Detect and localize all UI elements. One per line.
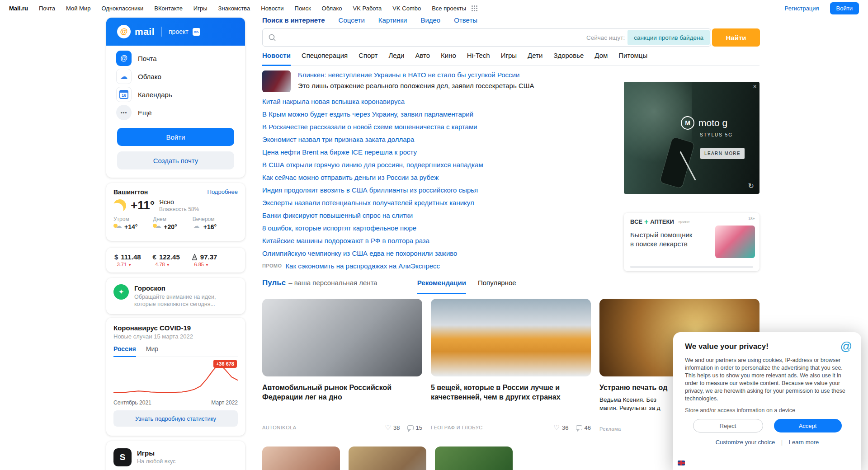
pulse-card-russia[interactable]: 5 вещей, которые в России лучше и качест… bbox=[431, 299, 591, 434]
news-link[interactable]: Олимпийскую чемпионку из США едва не пох… bbox=[262, 249, 457, 257]
promo-link[interactable]: Как сэкономить на распродажах на АлиЭксп… bbox=[285, 262, 440, 270]
topnav-item-vk-combo[interactable]: VK Combo bbox=[392, 5, 421, 12]
apps-grid-icon[interactable] bbox=[472, 5, 478, 11]
covid-tab-russia[interactable]: Россия bbox=[113, 345, 136, 357]
search-box[interactable]: Сейчас ищут: санкции против байдена bbox=[262, 28, 711, 47]
cookie-learn-more-link[interactable]: Learn more bbox=[789, 439, 819, 446]
likes-counter[interactable]: ♡38 bbox=[385, 423, 400, 432]
news-link[interactable]: В Роскачестве рассказали о новой схеме м… bbox=[262, 123, 477, 131]
topnav-item-news[interactable]: Новости bbox=[261, 5, 283, 12]
news-link[interactable]: Китай накрыла новая вспышка коронавируса bbox=[262, 98, 405, 105]
topnav-item-odnoklassniki[interactable]: Одноклассники bbox=[101, 5, 143, 12]
news-tab-avto[interactable]: Авто bbox=[415, 52, 430, 65]
ad-refresh-icon[interactable]: ↻ bbox=[748, 182, 754, 190]
covid-stats-button[interactable]: Узнать подробную статистику bbox=[113, 410, 238, 427]
pulse-card-photo-portrait[interactable] bbox=[262, 446, 340, 470]
topnav-item-dating[interactable]: Знакомства bbox=[218, 5, 250, 12]
pulse-card-photo-foliage[interactable] bbox=[435, 446, 513, 470]
pulse-card-source[interactable]: AUTONIKOLA bbox=[262, 425, 297, 430]
sidebar-item-mail[interactable]: @ Почта bbox=[113, 49, 239, 67]
likes-counter[interactable]: ♡36 bbox=[554, 423, 569, 432]
weather-temp: +11° bbox=[131, 198, 155, 212]
news-tab-specoperacia[interactable]: Спецоперация bbox=[302, 52, 348, 65]
news-item: Экономист назвал три признака заката дол… bbox=[262, 133, 619, 146]
games-widget[interactable]: S Игры На любой вкус bbox=[106, 441, 245, 470]
ad-close-icon[interactable]: ✕ bbox=[753, 84, 757, 89]
news-tab-pitomcy[interactable]: Питомцы bbox=[618, 52, 647, 65]
login-button-top[interactable]: Войти bbox=[830, 2, 859, 14]
news-tab-deti[interactable]: Дети bbox=[528, 52, 542, 65]
news-link[interactable]: Эксперты назвали потенциальных получател… bbox=[262, 199, 474, 207]
comments-counter[interactable]: 46 bbox=[576, 424, 591, 431]
cookie-expand-item[interactable]: Store and/or access information on a dev… bbox=[685, 407, 849, 414]
topnav-item-mail[interactable]: Почта bbox=[39, 5, 55, 12]
topnav-item-all-projects[interactable]: Все проекты bbox=[432, 5, 466, 12]
news-link[interactable]: 8 ошибок, которые испортят картофельное … bbox=[262, 224, 416, 232]
sidebar-item-cloud[interactable]: ☁ Облако bbox=[113, 67, 239, 85]
pulse-card-source[interactable]: ГЕОГРАФ И ГЛОБУС bbox=[431, 425, 483, 430]
create-mail-button[interactable]: Создать почту bbox=[117, 151, 234, 169]
now-searching-chip[interactable]: санкции против байдена bbox=[627, 30, 710, 45]
horoscope-text: Обращайте внимание на идеи, которые появ… bbox=[134, 293, 229, 308]
pulse-card-photo-car[interactable] bbox=[262, 299, 422, 376]
brand-link[interactable]: Mail.ru bbox=[9, 5, 28, 12]
pulse-card-photo-bus[interactable] bbox=[431, 299, 591, 376]
search-tab-video[interactable]: Видео bbox=[420, 16, 440, 24]
main-story-title[interactable]: Блинкен: невступление Украины в НАТО не … bbox=[298, 71, 519, 79]
moto-ad-banner[interactable]: ✕ M moto g STYLUS 5G LEARN MORE ↻ bbox=[624, 82, 760, 194]
currency-rates-widget[interactable]: $111.48 -3.71 ▼ €122.45 -4.78 ▼ 97.37 -6… bbox=[106, 248, 245, 273]
covid-tab-world[interactable]: Мир bbox=[146, 345, 158, 357]
horoscope-widget[interactable]: ✦ Гороскоп Обращайте внимание на идеи, к… bbox=[106, 278, 245, 314]
pulse-card-title[interactable]: 5 вещей, которые в России лучше и качест… bbox=[431, 383, 591, 402]
cookie-reject-button[interactable]: Reject bbox=[693, 419, 763, 432]
main-story[interactable]: Блинкен: невступление Украины в НАТО не … bbox=[262, 70, 619, 92]
topnav-item-cloud[interactable]: Облако bbox=[322, 5, 342, 12]
cookie-customize-link[interactable]: Customize your choice bbox=[716, 439, 775, 446]
cookie-accept-button[interactable]: Accept bbox=[774, 419, 842, 432]
news-tab-igry[interactable]: Игры bbox=[501, 52, 517, 65]
news-link[interactable]: Индия продолжит ввозить в США бриллианты… bbox=[262, 186, 478, 194]
news-tab-zdorovie[interactable]: Здоровье bbox=[553, 52, 584, 65]
login-button-sidebar[interactable]: Войти bbox=[117, 128, 234, 146]
news-tab-ledi[interactable]: Леди bbox=[388, 52, 404, 65]
search-input[interactable] bbox=[280, 34, 586, 42]
pulse-card-auto[interactable]: Автомобильный рынок Российской Федерации… bbox=[262, 299, 422, 434]
news-tab-dom[interactable]: Дом bbox=[594, 52, 608, 65]
news-tab-novosti[interactable]: Новости bbox=[262, 52, 291, 66]
calendar-icon: 16 bbox=[116, 87, 132, 102]
news-tab-kino[interactable]: Кино bbox=[441, 52, 456, 65]
topnav-item-vk-rabota[interactable]: VK Работа bbox=[353, 5, 382, 12]
topnav-item-games[interactable]: Игры bbox=[193, 5, 208, 12]
news-tab-hitech[interactable]: Hi-Tech bbox=[467, 52, 490, 65]
comments-counter[interactable]: 15 bbox=[407, 424, 422, 431]
mail-logo[interactable]: @ mail проект VK bbox=[106, 18, 245, 46]
language-flag-icon[interactable] bbox=[678, 461, 685, 465]
news-link[interactable]: В США открыли горячую линию для россиян,… bbox=[262, 161, 483, 169]
topnav-item-vkontakte[interactable]: ВКонтакте bbox=[154, 5, 183, 12]
news-link[interactable]: Китайские машины подорожают в РФ в полто… bbox=[262, 237, 429, 244]
register-link[interactable]: Регистрация bbox=[785, 5, 819, 12]
pulse-tab-recommendations[interactable]: Рекомендации bbox=[417, 279, 466, 294]
sidebar-item-calendar[interactable]: 16 Календарь bbox=[113, 85, 239, 103]
sidebar-item-label: Календарь bbox=[138, 91, 172, 99]
search-submit-button[interactable]: Найти bbox=[712, 28, 760, 47]
news-link[interactable]: Банки фиксируют повышенный спрос на слит… bbox=[262, 212, 413, 219]
learn-more-button[interactable]: LEARN MORE bbox=[700, 148, 745, 159]
pulse-tab-popular[interactable]: Популярное bbox=[478, 279, 516, 293]
pulse-card-photo-painting[interactable] bbox=[349, 446, 426, 470]
news-link[interactable]: Цена нефти Brent на бирже ICE перешла к … bbox=[262, 148, 417, 156]
search-tab-internet[interactable]: Поиск в интернете bbox=[262, 16, 325, 24]
sidebar-item-more[interactable]: ••• Ещё bbox=[113, 103, 239, 122]
news-tab-sport[interactable]: Спорт bbox=[359, 52, 377, 65]
search-tab-answers[interactable]: Ответы bbox=[454, 16, 477, 24]
search-tab-social[interactable]: Соцсети bbox=[339, 16, 365, 24]
weather-more-link[interactable]: Подробнее bbox=[208, 188, 238, 196]
pharmacy-ad-banner[interactable]: ВСЕ + АПТЕКИ проект 18+ Быстрый помощник… bbox=[624, 213, 760, 271]
news-link[interactable]: Экономист назвал три признака заката дол… bbox=[262, 136, 414, 143]
topnav-item-search[interactable]: Поиск bbox=[295, 5, 311, 12]
search-tab-images[interactable]: Картинки bbox=[378, 16, 407, 24]
news-link[interactable]: Как сейчас можно отправить деньги из Рос… bbox=[262, 174, 439, 181]
pulse-card-title[interactable]: Автомобильный рынок Российской Федерации… bbox=[262, 383, 422, 402]
news-link[interactable]: В Крым можно будет ездить через Украину,… bbox=[262, 110, 473, 118]
topnav-item-moymir[interactable]: Мой Мир bbox=[66, 5, 90, 12]
